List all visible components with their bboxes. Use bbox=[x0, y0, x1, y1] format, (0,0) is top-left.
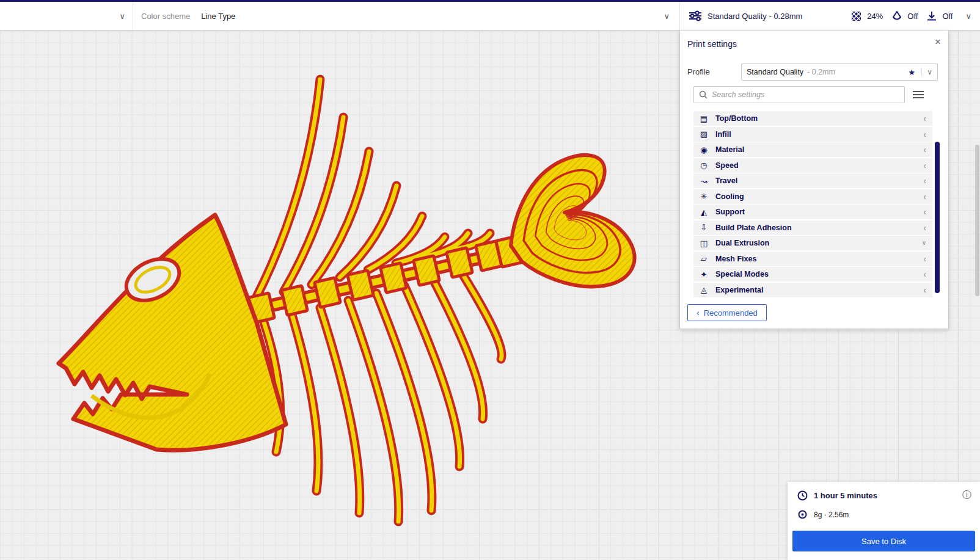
chevron-left-icon: ‹ bbox=[923, 208, 926, 216]
fish-tail bbox=[511, 155, 634, 286]
search-input[interactable] bbox=[712, 87, 904, 103]
top-bottom-icon: ▤ bbox=[698, 114, 710, 123]
infill-value: 24% bbox=[867, 12, 883, 21]
print-settings-panel: Print settings × Profile Standard Qualit… bbox=[679, 31, 949, 329]
mesh-fixes-icon: ▱ bbox=[698, 254, 710, 263]
print-time-value: 1 hour 5 minutes bbox=[814, 491, 877, 500]
adhesion-icon: ⇩ bbox=[698, 223, 710, 232]
settings-category-cooling[interactable]: ✳ Cooling ‹ bbox=[693, 189, 932, 204]
speed-icon: ◷ bbox=[698, 161, 710, 170]
adhesion-icon bbox=[927, 11, 937, 21]
info-icon[interactable]: ⓘ bbox=[962, 490, 971, 499]
color-scheme-dropdown[interactable]: Color scheme Line Type ∨ bbox=[134, 2, 679, 30]
special-modes-icon: ✦ bbox=[698, 270, 710, 279]
favorite-star-icon[interactable]: ★ bbox=[909, 68, 916, 77]
fish-head bbox=[59, 215, 286, 450]
active-profile-label: Standard Quality - 0.28mm bbox=[708, 12, 802, 21]
settings-category-speed[interactable]: ◷ Speed ‹ bbox=[693, 158, 932, 173]
settings-category-experimental[interactable]: ◬ Experimental ‹ bbox=[693, 283, 932, 297]
chevron-left-icon: ‹ bbox=[697, 308, 700, 317]
settings-category-travel[interactable]: ↝ Travel ‹ bbox=[693, 173, 932, 188]
settings-category-infill[interactable]: ▨ Infill ‹ bbox=[693, 127, 932, 142]
settings-category-top-bottom[interactable]: ▤ Top/Bottom ‹ bbox=[693, 111, 932, 126]
panel-title: Print settings bbox=[687, 39, 737, 49]
travel-icon: ↝ bbox=[698, 176, 710, 186]
chevron-left-icon: ‹ bbox=[923, 224, 926, 232]
settings-category-material[interactable]: ◉ Material ‹ bbox=[693, 142, 932, 157]
chevron-left-icon: ‹ bbox=[923, 145, 926, 154]
material-spool-icon bbox=[798, 510, 807, 519]
window-scrollbar[interactable] bbox=[975, 145, 979, 296]
settings-category-list: ▤ Top/Bottom ‹ ▨ Infill ‹ ◉ Material ‹ ◷… bbox=[693, 111, 932, 298]
save-to-disk-button[interactable]: Save to Disk bbox=[792, 531, 975, 551]
profile-dropdown[interactable]: Standard Quality - 0.2mm ★ ∨ bbox=[741, 64, 938, 81]
chevron-down-icon: ∨ bbox=[922, 240, 926, 246]
profile-detail: - 0.2mm bbox=[807, 68, 835, 76]
settings-category-build-plate-adhesion[interactable]: ⇩ Build Plate Adhesion ‹ bbox=[693, 220, 932, 235]
recommended-button[interactable]: ‹ Recommended bbox=[687, 304, 767, 321]
chevron-down-icon: ∨ bbox=[119, 12, 125, 21]
search-icon bbox=[699, 90, 708, 99]
dual-extrusion-icon: ◫ bbox=[698, 239, 710, 248]
chevron-down-icon: ∨ bbox=[664, 12, 670, 21]
profile-value: Standard Quality bbox=[747, 68, 803, 76]
chevron-left-icon: ‹ bbox=[923, 114, 926, 123]
material-usage-row: 8g · 2.56m bbox=[798, 510, 849, 519]
clock-icon bbox=[797, 490, 808, 501]
chevron-left-icon: ‹ bbox=[923, 270, 926, 278]
settings-visibility-menu-icon[interactable] bbox=[913, 89, 924, 100]
print-job-card: 1 hour 5 minutes ⓘ 8g · 2.56m Save to Di… bbox=[788, 482, 980, 560]
infill-icon: ▨ bbox=[698, 129, 710, 139]
adhesion-value: Off bbox=[942, 12, 953, 21]
recommended-label: Recommended bbox=[704, 308, 758, 318]
support-value: Off bbox=[907, 12, 918, 21]
print-settings-summary[interactable]: Standard Quality - 0.28mm 24% Off Off ∨ bbox=[679, 2, 980, 30]
chevron-left-icon: ‹ bbox=[923, 176, 926, 185]
chevron-down-icon: ∨ bbox=[965, 12, 971, 21]
settings-category-mesh-fixes[interactable]: ▱ Mesh Fixes ‹ bbox=[693, 252, 932, 266]
chevron-left-icon: ‹ bbox=[923, 130, 926, 139]
chevron-left-icon: ‹ bbox=[923, 161, 926, 170]
settings-scrollbar-thumb[interactable] bbox=[935, 142, 940, 293]
chevron-down-icon: ∨ bbox=[921, 68, 932, 76]
support-icon: ◭ bbox=[698, 208, 710, 217]
printer-dropdown[interactable]: ∨ bbox=[0, 2, 133, 30]
print-time-row: 1 hour 5 minutes bbox=[797, 490, 877, 501]
cooling-icon: ✳ bbox=[698, 192, 710, 201]
profile-label: Profile bbox=[687, 67, 710, 76]
settings-category-support[interactable]: ◭ Support ‹ bbox=[693, 205, 932, 219]
close-icon[interactable]: × bbox=[935, 37, 941, 47]
search-settings-field bbox=[693, 86, 905, 103]
chevron-left-icon: ‹ bbox=[923, 255, 926, 263]
experimental-icon: ◬ bbox=[698, 285, 710, 294]
color-scheme-label: Color scheme bbox=[141, 12, 190, 21]
support-icon bbox=[892, 11, 902, 21]
settings-category-special-modes[interactable]: ✦ Special Modes ‹ bbox=[693, 267, 932, 282]
chevron-left-icon: ‹ bbox=[923, 192, 926, 201]
chevron-left-icon: ‹ bbox=[923, 286, 926, 294]
material-usage-value: 8g · 2.56m bbox=[814, 511, 849, 519]
infill-icon bbox=[851, 11, 861, 21]
print-setup-sliders-icon bbox=[689, 10, 702, 21]
material-icon: ◉ bbox=[698, 145, 710, 155]
top-toolbar: ∨ Color scheme Line Type ∨ Standard Qual… bbox=[0, 0, 980, 31]
color-scheme-value: Line Type bbox=[201, 12, 235, 21]
settings-category-dual-extrusion[interactable]: ◫ Dual Extrusion ∨ bbox=[693, 236, 932, 250]
